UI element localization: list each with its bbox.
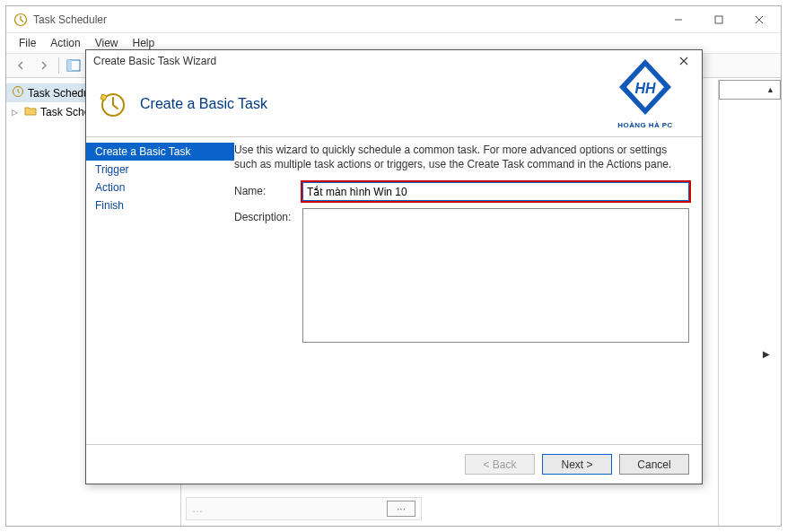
task-description-input[interactable] [302,208,689,343]
task-name-input[interactable] [302,182,689,201]
status-bar: … ··· [186,497,422,520]
svg-rect-1 [715,16,722,23]
next-button[interactable]: Next > [542,454,612,475]
maximize-button[interactable] [698,7,739,32]
wizard-steps: Create a Basic Task Trigger Action Finis… [86,137,234,444]
wizard-title: Create Basic Task Wizard [93,55,216,67]
back-button: < Back [465,454,535,475]
create-basic-task-wizard: Create Basic Task Wizard Create a Basic … [85,49,703,484]
wizard-header: Create a Basic Task HH HOÀNG HÀ PC [86,72,702,136]
brand-text: HOÀNG HÀ PC [614,121,677,129]
wizard-heading: Create a Basic Task [140,96,267,112]
toolbar-panes-button[interactable] [63,56,84,75]
brand-logo: HH HOÀNG HÀ PC [614,56,677,129]
cancel-button[interactable]: Cancel [619,454,689,475]
tree-expand-icon[interactable]: ▷ [12,108,21,117]
menu-action[interactable]: Action [43,35,87,51]
clock-icon [12,85,24,100]
actions-pane: ▲ ▶ [718,80,781,526]
chevron-up-icon: ▲ [766,85,774,94]
nav-forward-button[interactable] [33,56,55,75]
step-finish[interactable]: Finish [86,196,234,214]
close-button[interactable] [739,7,779,32]
chevron-right-icon[interactable]: ▶ [763,349,770,359]
minimize-button[interactable] [658,7,698,32]
svg-rect-3 [67,60,72,71]
folder-icon [24,104,37,119]
main-titlebar: Task Scheduler [6,6,781,33]
status-text: … [192,502,203,515]
wizard-form: Use this wizard to quickly schedule a co… [234,137,702,444]
status-refresh-button[interactable]: ··· [387,501,415,517]
wizard-intro-text: Use this wizard to quickly schedule a co… [234,143,689,171]
menu-file[interactable]: File [12,35,43,51]
wizard-titlebar: Create Basic Task Wizard [86,50,702,72]
wizard-clock-icon [97,89,127,119]
main-window-title: Task Scheduler [33,13,107,26]
actions-header[interactable]: ▲ [719,80,781,100]
step-action[interactable]: Action [86,179,234,196]
wizard-footer: < Back Next > Cancel [86,444,702,484]
nav-back-button[interactable] [10,56,31,75]
app-clock-icon [13,13,28,27]
step-create-basic-task[interactable]: Create a Basic Task [86,143,234,161]
description-label: Description: [234,208,302,223]
step-trigger[interactable]: Trigger [86,161,234,179]
name-label: Name: [234,182,302,197]
svg-text:HH: HH [634,81,656,96]
